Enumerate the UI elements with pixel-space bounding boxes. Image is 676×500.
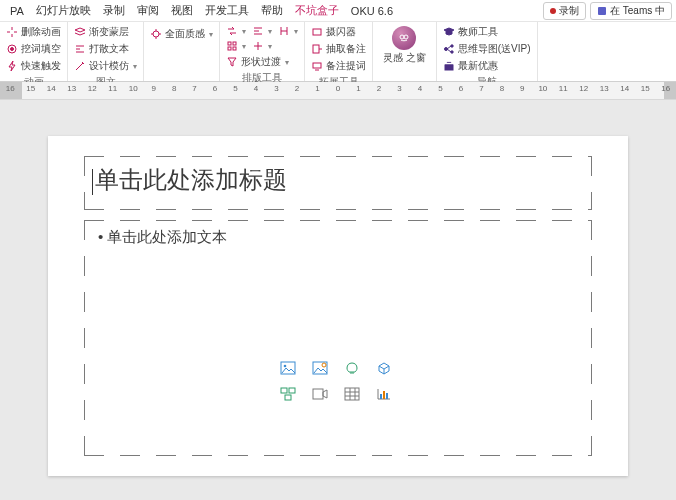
slide[interactable]: 单击此处添加标题 •单击此处添加文本 bbox=[48, 136, 628, 476]
ribbon-group-inspiration: 灵感 之窗 bbox=[373, 22, 437, 81]
ruler-tick: 10 bbox=[123, 82, 143, 99]
insert-online-picture-icon[interactable] bbox=[311, 360, 329, 376]
ruler-tick: 7 bbox=[184, 82, 204, 99]
cmd-gradient-mask[interactable]: 渐变蒙层 bbox=[72, 24, 139, 40]
cmd-inspiration[interactable]: 灵感 之窗 bbox=[377, 24, 432, 63]
insert-picture-icon[interactable] bbox=[279, 360, 297, 376]
cmd-align[interactable]: ▾ bbox=[250, 24, 274, 38]
svg-rect-0 bbox=[598, 7, 606, 15]
body-placeholder-text[interactable]: •单击此处添加文本 bbox=[98, 228, 227, 247]
svg-point-2 bbox=[11, 48, 14, 51]
cmd-shape-filter[interactable]: 形状过渡▾ bbox=[224, 54, 300, 70]
cmd-split-text[interactable]: 打散文本 bbox=[72, 41, 139, 57]
cmd-arrow-swap[interactable]: ▾ bbox=[224, 24, 248, 38]
ribbon-group-pic: 渐变蒙层 打散文本 设计模仿▾ 图文 bbox=[68, 22, 144, 81]
ruler-tick: 9 bbox=[143, 82, 163, 99]
insert-chart-icon[interactable] bbox=[375, 386, 393, 402]
svg-point-3 bbox=[153, 31, 159, 37]
cmd-label: 思维导图(送VIP) bbox=[458, 42, 531, 56]
text-break-icon bbox=[74, 43, 86, 55]
menu-pa[interactable]: PA bbox=[4, 5, 30, 17]
cmd-label: 教师工具 bbox=[458, 25, 498, 39]
svg-rect-7 bbox=[233, 47, 236, 50]
ruler-tick: 2 bbox=[369, 82, 389, 99]
menu-view[interactable]: 视图 bbox=[165, 3, 199, 18]
menu-oku[interactable]: OKU 6.6 bbox=[345, 5, 399, 17]
horizontal-ruler[interactable]: 1615141312111098765432101234567891011121… bbox=[0, 82, 676, 100]
align-icon bbox=[252, 25, 264, 37]
cmd-label: 摄闪器 bbox=[326, 25, 356, 39]
swap-icon bbox=[226, 25, 238, 37]
cmd-label: 删除动画 bbox=[21, 25, 61, 39]
title-placeholder-text[interactable]: 单击此处添加标题 bbox=[92, 164, 287, 196]
cmd-full-quality[interactable]: 全面质感▾ bbox=[148, 26, 215, 42]
svg-rect-28 bbox=[386, 393, 388, 399]
ruler-tick: 0 bbox=[328, 82, 348, 99]
ruler-tick: 6 bbox=[451, 82, 471, 99]
insert-icon-icon[interactable] bbox=[343, 360, 361, 376]
ruler-tick: 12 bbox=[82, 82, 102, 99]
ruler-tick: 14 bbox=[615, 82, 635, 99]
cmd-mindmap-vip[interactable]: 思维导图(送VIP) bbox=[441, 41, 533, 57]
svg-rect-4 bbox=[228, 42, 231, 45]
ribbon-group-nav: 教师工具 思维导图(送VIP) 最新优惠 导航 bbox=[437, 22, 538, 81]
menu-record[interactable]: 录制 bbox=[97, 3, 131, 18]
teams-button[interactable]: 在 Teams 中 bbox=[590, 2, 672, 20]
ruler-tick: 1 bbox=[307, 82, 327, 99]
cmd-flasher[interactable]: 摄闪器 bbox=[309, 24, 368, 40]
grad-cap-icon bbox=[443, 26, 455, 38]
cmd-teacher-tools[interactable]: 教师工具 bbox=[441, 24, 533, 40]
menu-bukeng[interactable]: 不坑盒子 bbox=[289, 3, 345, 18]
grid-icon bbox=[226, 40, 238, 52]
title-placeholder[interactable]: 单击此处添加标题 bbox=[84, 156, 592, 210]
layers-icon bbox=[74, 26, 86, 38]
ruler-tick: 5 bbox=[225, 82, 245, 99]
ruler-tick: 14 bbox=[41, 82, 61, 99]
cmd-distribute[interactable]: ▾ bbox=[276, 24, 300, 38]
ribbon-group-ext: 摄闪器 抽取备注 备注提词 拓展工具 bbox=[305, 22, 373, 81]
svg-rect-9 bbox=[313, 45, 319, 53]
menu-devtools[interactable]: 开发工具 bbox=[199, 3, 255, 18]
slide-canvas[interactable]: 单击此处添加标题 •单击此处添加文本 bbox=[0, 100, 676, 500]
ruler-tick: 8 bbox=[164, 82, 184, 99]
cmd-design-mimic[interactable]: 设计模仿▾ bbox=[72, 58, 139, 74]
insert-table-icon[interactable] bbox=[343, 386, 361, 402]
insert-3d-icon[interactable] bbox=[375, 360, 393, 376]
cmd-arrow-opts[interactable]: ▾ bbox=[250, 39, 274, 53]
menu-slideshow[interactable]: 幻灯片放映 bbox=[30, 3, 97, 18]
menu-review[interactable]: 审阅 bbox=[131, 3, 165, 18]
cmd-delete-anim[interactable]: 删除动画 bbox=[4, 24, 63, 40]
ruler-tick: 3 bbox=[389, 82, 409, 99]
ribbon-group-anim: 删除动画 挖词填空 快速触发 动画 bbox=[0, 22, 68, 81]
svg-point-20 bbox=[322, 363, 326, 367]
cmd-dig-blank[interactable]: 挖词填空 bbox=[4, 41, 63, 57]
insert-video-icon[interactable] bbox=[311, 386, 329, 402]
cmd-latest-deals[interactable]: 最新优惠 bbox=[441, 58, 533, 74]
arrows-icon bbox=[252, 40, 264, 52]
cmd-label: 抽取备注 bbox=[326, 42, 366, 56]
ruler-tick: 11 bbox=[553, 82, 573, 99]
group-label bbox=[148, 42, 215, 45]
svg-rect-23 bbox=[285, 395, 291, 400]
cmd-notes-prompt[interactable]: 备注提词 bbox=[309, 58, 368, 74]
cmd-grid[interactable]: ▾ bbox=[224, 39, 248, 53]
ruler-tick: 11 bbox=[102, 82, 122, 99]
svg-rect-5 bbox=[233, 42, 236, 45]
inspiration-icon bbox=[392, 26, 416, 50]
distribute-icon bbox=[278, 25, 290, 37]
ruler-tick: 13 bbox=[594, 82, 614, 99]
insert-smartart-icon[interactable] bbox=[279, 386, 297, 402]
ruler-tick: 13 bbox=[61, 82, 81, 99]
ruler-tick: 16 bbox=[0, 82, 20, 99]
menu-help[interactable]: 帮助 bbox=[255, 3, 289, 18]
svg-rect-8 bbox=[313, 29, 321, 35]
chevron-down-icon: ▾ bbox=[268, 27, 272, 36]
cmd-quick-trigger[interactable]: 快速触发 bbox=[4, 58, 63, 74]
svg-rect-26 bbox=[380, 394, 382, 399]
svg-point-11 bbox=[400, 35, 404, 39]
teams-icon bbox=[597, 6, 607, 16]
ribbon-group-layout: ▾ ▾ ▾ ▾ ▾ 形状过渡▾ 排版工具 bbox=[220, 22, 305, 81]
content-placeholder[interactable]: •单击此处添加文本 bbox=[84, 220, 592, 456]
cmd-extract-notes[interactable]: 抽取备注 bbox=[309, 41, 368, 57]
record-button[interactable]: 录制 bbox=[543, 2, 586, 20]
